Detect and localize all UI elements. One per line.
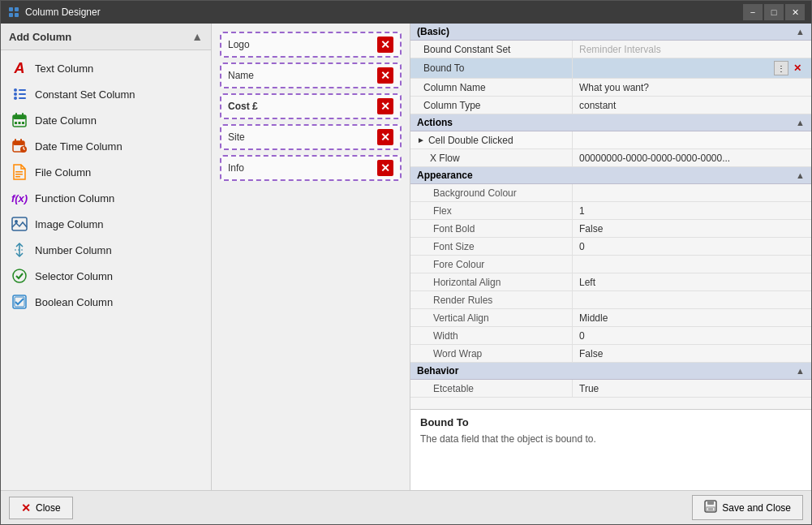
font-size-value: 0 [573,238,811,255]
date-column-label: Date Column [35,114,97,127]
prop-row-word-wrap: Word Wrap False [410,345,811,363]
image-column-icon [11,215,28,233]
column-type-value: constant [573,97,811,114]
svg-rect-16 [22,122,24,124]
prop-row-bound-to: Bound To ⋮ ✕ [410,58,811,79]
svg-rect-20 [20,139,22,143]
word-wrap-value: False [573,345,811,362]
column-pill-label: Logo [228,39,250,50]
function-column-label: Function Column [35,192,114,204]
font-size-label: Font Size [410,238,573,255]
sidebar-item-date[interactable]: Date Column [1,107,211,133]
svg-point-31 [13,269,26,282]
description-panel: Bound To The data field that the object … [410,409,811,490]
flex-label: Flex [410,202,573,219]
bound-to-label: Bound To [410,58,573,78]
vertical-align-label: Vertical Align [410,309,573,326]
window-controls: − □ ✕ [743,4,805,20]
sidebar-item-text[interactable]: A Text Column [1,55,211,81]
actions-collapse-button[interactable]: ▲ [796,118,805,127]
delete-site-button[interactable]: ✕ [377,129,393,145]
appearance-section-header: Appearance ▲ [410,167,811,184]
prop-row-fore-colour: Fore Colour [410,256,811,273]
prop-row-bound-constant-set: Bound Constant Set Reminder Intervals [410,41,811,58]
column-list: A Text Column [1,50,211,320]
bound-to-value[interactable]: ⋮ ✕ [573,58,811,78]
prop-row-font-bold: Font Bold False [410,220,811,238]
window-icon [7,6,20,19]
maximize-button[interactable]: □ [764,4,784,20]
behavior-collapse-button[interactable]: ▲ [796,366,805,376]
svg-rect-19 [15,139,16,143]
file-column-label: File Column [35,166,91,179]
prop-row-render-rules: Render Rules [410,291,811,309]
sidebar-item-number[interactable]: Number Column [1,237,211,263]
svg-point-4 [14,88,17,92]
delete-cost-button[interactable]: ✕ [377,98,393,114]
datetime-column-label: Date Time Column [35,140,122,153]
number-column-label: Number Column [35,244,112,256]
prop-row-x-flow: X Flow 00000000-0000-0000-0000-0000... [410,149,811,167]
column-pill-label: Cost £ [228,101,258,112]
svg-rect-9 [19,97,26,99]
close-label: Close [36,502,61,514]
svg-rect-0 [9,7,13,11]
basic-collapse-button[interactable]: ▲ [796,27,805,37]
sidebar-item-selector[interactable]: Selector Column [1,263,211,289]
etcetable-label: Etcetable [410,380,573,397]
window-title: Column Designer [25,6,743,18]
text-column-icon: A [11,59,28,77]
properties-panel: (Basic) ▲ Bound Constant Set Reminder In… [410,24,811,490]
cell-double-clicked-value [573,131,811,148]
horizontal-align-value: Left [573,273,811,290]
description-text: The data field that the object is bound … [420,432,801,446]
window-close-button[interactable]: ✕ [785,4,805,20]
svg-rect-35 [707,501,714,505]
basic-section-title: (Basic) [417,26,449,37]
prop-row-width: Width 0 [410,327,811,345]
delete-logo-button[interactable]: ✕ [377,37,393,53]
save-icon [704,500,717,515]
column-pill-name: Name ✕ [220,62,402,88]
appearance-collapse-button[interactable]: ▲ [796,170,805,180]
bound-to-clear-button[interactable]: ✕ [790,61,805,75]
background-colour-label: Background Colour [410,184,573,201]
boolean-column-label: Boolean Column [35,296,113,308]
sidebar-item-boolean[interactable]: Boolean Column [1,289,211,315]
prop-row-vertical-align: Vertical Align Middle [410,309,811,327]
minimize-button[interactable]: − [743,4,763,20]
flex-value: 1 [573,202,811,219]
actions-section-title: Actions [417,117,453,128]
column-pill-cost: Cost £ ✕ [220,93,402,119]
save-close-label: Save and Close [722,502,791,514]
sidebar-item-constant-set[interactable]: Constant Set Column [1,81,211,107]
svg-rect-11 [13,115,26,119]
x-flow-value: 00000000-0000-0000-0000-0000... [573,149,811,166]
columns-area: Logo ✕ Name ✕ Cost £ ✕ Site ✕ Info ✕ [212,24,410,490]
collapse-button[interactable]: ▲ [191,30,203,43]
close-button[interactable]: ✕ Close [9,497,73,519]
horizontal-align-label: Horizontal Align [410,273,573,290]
properties-scroll[interactable]: (Basic) ▲ Bound Constant Set Reminder In… [410,24,811,409]
sidebar-item-datetime[interactable]: Date Time Column [1,133,211,159]
sidebar-item-file[interactable]: File Column [1,159,211,185]
sidebar-item-function[interactable]: f(x) Function Column [1,185,211,211]
background-colour-value [573,184,811,201]
prop-row-etcetable: Etcetable True [410,380,811,398]
prop-row-cell-double-clicked: ► Cell Double Clicked [410,131,811,149]
column-designer-window: Column Designer − □ ✕ Add Column ▲ A Tex… [0,0,812,525]
prop-row-column-type: Column Type constant [410,97,811,114]
sidebar-item-image[interactable]: Image Column [1,211,211,237]
left-panel: Add Column ▲ A Text Column [1,24,212,490]
behavior-section-title: Behavior [417,365,458,377]
prop-row-font-size: Font Size 0 [410,238,811,256]
delete-info-button[interactable]: ✕ [377,160,393,176]
column-name-value: What you want? [573,79,811,96]
save-close-button[interactable]: Save and Close [692,495,803,520]
x-flow-label: X Flow [410,149,573,166]
delete-name-button[interactable]: ✕ [377,67,393,84]
bound-to-edit-button[interactable]: ⋮ [774,61,788,75]
selector-column-icon [11,267,28,285]
column-name-label: Column Name [410,79,573,96]
fore-colour-value [573,256,811,273]
